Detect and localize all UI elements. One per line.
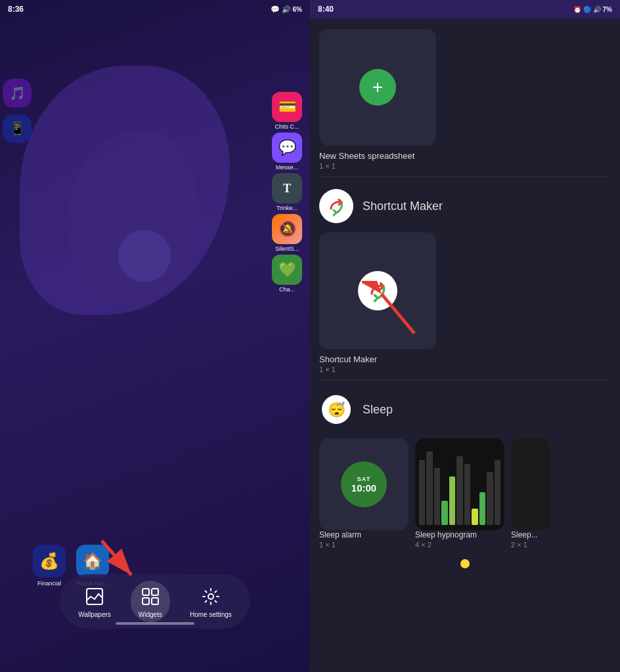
dock-options-bar: Wallpapers Widgets (60, 574, 250, 629)
bottom-indicator (319, 559, 611, 568)
right-panel: 8:40 ⏰ 🔵 🔊 7% + New Sheets spreadsheet 1… (310, 0, 620, 672)
new-sheets-size: 1 × 1 (319, 162, 611, 170)
silents-label: SilentS... (266, 245, 308, 252)
app-messenger[interactable]: 💬 Messe... (264, 133, 310, 171)
app-chits[interactable]: 💳 Chits C... (264, 92, 310, 130)
volume-icon: 🔊 (282, 5, 291, 14)
chits-label: Chits C... (266, 123, 308, 130)
trinket-label: Trinke... (266, 205, 308, 211)
shortcut-maker-widget-size: 1 × 1 (319, 366, 611, 373)
app-icon-left-0[interactable]: 🎵 (3, 79, 32, 108)
shortcut-maker-widget-card[interactable] (319, 232, 436, 349)
app-silentswitch[interactable]: 🔕 SilentS... (264, 214, 310, 252)
battery-text: 6% (293, 6, 302, 13)
sleep-extra-col: Sleep... 2 × 1 (511, 438, 550, 549)
sleep-app-icon: 😴 (319, 392, 353, 427)
right-app-column: 💳 Chits C... 💬 Messe... T Trinke... 🔕 Si… (264, 92, 310, 293)
sleep-hypnogram-size: 4 × 2 (415, 541, 504, 549)
new-sheets-section: + New Sheets spreadsheet 1 × 1 (319, 29, 611, 170)
svg-rect-6 (152, 598, 158, 604)
status-bar-left: 8:36 💬 🔊 6% (0, 0, 310, 18)
sleep-hypnogram-col: Sleep hypnogram 4 × 2 (415, 438, 504, 549)
red-arrow-left (95, 534, 148, 587)
sleep-app-name: Sleep (363, 403, 393, 417)
sleep-alarm-title: Sleep alarm (319, 530, 409, 539)
app-chat[interactable]: 💚 Cha... (264, 255, 310, 293)
svg-line-1 (102, 541, 131, 575)
new-sheets-widget-card[interactable]: + (319, 29, 436, 146)
sleep-extra-widget-card[interactable] (511, 438, 550, 530)
wallpapers-label: Wallpapers (78, 611, 111, 618)
home-settings-icon (199, 585, 223, 608)
left-app-column: 🎵 📱 (3, 79, 32, 143)
svg-line-9 (382, 294, 414, 333)
sleep-alarm-content: SAT 10:00 (319, 438, 409, 530)
sleep-alarm-col: SAT 10:00 Sleep alarm 1 × 1 (319, 438, 409, 549)
svg-rect-2 (87, 589, 102, 604)
right-bt-icon: 🔵 (583, 6, 591, 13)
shortcut-maker-widget-section: Shortcut Maker 1 × 1 (319, 232, 611, 373)
sleep-extra-size: 2 × 1 (511, 541, 550, 549)
sleep-extra-title: Sleep... (511, 530, 550, 539)
svg-rect-3 (143, 589, 149, 595)
sleep-app-row[interactable]: 😴 Sleep (319, 386, 611, 433)
right-battery-text: 7% (603, 6, 612, 13)
left-time: 8:36 (8, 5, 24, 14)
chat-label: Cha... (266, 286, 308, 293)
circle-decoration (118, 230, 171, 282)
shortcut-maker-app-icon (319, 189, 353, 223)
right-content[interactable]: + New Sheets spreadsheet 1 × 1 Shortcut … (310, 18, 620, 672)
messenger-label: Messe... (266, 164, 308, 171)
new-sheets-plus-button[interactable]: + (359, 69, 396, 106)
right-time: 8:40 (318, 5, 334, 14)
sleep-alarm-widget-card[interactable]: SAT 10:00 (319, 438, 409, 530)
shortcut-maker-widget-title: Shortcut Maker (319, 354, 611, 364)
divider-2 (319, 380, 611, 381)
right-vol-icon: 🔊 (593, 6, 601, 13)
whatsapp-icon: 💬 (271, 5, 280, 14)
plus-icon: + (372, 77, 383, 98)
sleep-widgets-row: SAT 10:00 Sleep alarm 1 × 1 (319, 438, 611, 549)
svg-rect-5 (143, 598, 149, 604)
wallpapers-option[interactable]: Wallpapers (78, 585, 111, 618)
left-status-icons: 💬 🔊 6% (271, 5, 302, 14)
new-sheets-title: New Sheets spreadsheet (319, 151, 611, 161)
shortcut-maker-app-row[interactable]: Shortcut Maker (319, 182, 611, 230)
home-indicator-left (116, 622, 194, 625)
alarm-circle: SAT 10:00 (341, 461, 387, 507)
home-settings-label: Home settings (190, 611, 232, 618)
widgets-icon (139, 585, 162, 608)
sleep-alarm-size: 1 × 1 (319, 541, 409, 549)
left-panel: 8:36 💬 🔊 6% 🎵 📱 💳 Chits C... 💬 (0, 0, 310, 672)
sleep-hypnogram-widget-card[interactable] (415, 438, 504, 530)
red-arrow-right (362, 281, 421, 343)
shortcut-maker-app-name: Shortcut Maker (363, 200, 443, 213)
app-trinket[interactable]: T Trinke... (264, 173, 310, 211)
right-status-icons: ⏰ 🔵 🔊 7% (573, 6, 612, 13)
alarm-time: 10:00 (351, 482, 376, 494)
alarm-day: SAT (357, 476, 370, 482)
bottom-dock: Wallpapers Widgets (0, 574, 310, 633)
wallpapers-icon (83, 585, 106, 608)
svg-point-7 (208, 594, 213, 599)
widgets-label: Widgets (139, 611, 162, 618)
divider-1 (319, 177, 611, 177)
status-bar-right: 8:40 ⏰ 🔵 🔊 7% (310, 0, 620, 18)
svg-text:😴: 😴 (328, 401, 346, 419)
sleep-hypnogram-title: Sleep hypnogram (415, 530, 504, 539)
app-icon-left-1[interactable]: 📱 (3, 114, 32, 143)
yellow-dot (460, 559, 470, 568)
right-clock-icon: ⏰ (573, 6, 581, 13)
home-settings-option[interactable]: Home settings (190, 585, 232, 618)
svg-rect-4 (152, 589, 158, 595)
widgets-option[interactable]: Widgets (131, 581, 170, 622)
